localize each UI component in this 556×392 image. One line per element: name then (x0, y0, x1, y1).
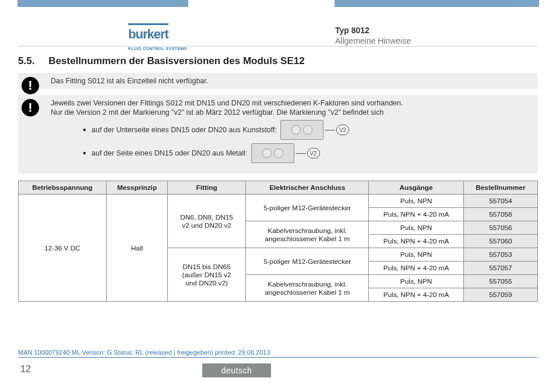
th-messprinzip: Messprinzip (106, 181, 167, 195)
cell-out: Puls, NPN (369, 221, 463, 235)
th-anschluss: Elektrischer Anschluss (246, 181, 369, 195)
cell-out: Puls, NPN (369, 275, 463, 288)
cell-out: Puls, NPN (369, 248, 463, 262)
language-tab: deutsch (202, 363, 271, 377)
bullet-2-text: auf der Seite eines DN15 oder DN20 aus M… (92, 149, 248, 157)
notice-2: ! Jeweils zwei Versionen der Fittings S0… (18, 95, 538, 174)
cell-bestellnummer: 557058 (463, 208, 537, 221)
bullet-1-row: auf der Unterseite eines DN15 oder DN20 … (83, 120, 532, 140)
cell-conn-m12-1: 5-poliger M12-Gerätestecker (246, 195, 369, 221)
fitting2-l1: DN15 bis DN65 (183, 263, 231, 271)
cell-out: Puls, NPN + 4-20 mA (369, 235, 463, 248)
page-number: 12 (20, 364, 31, 375)
cell-bestellnummer: 557054 (463, 195, 537, 208)
th-fitting: Fitting (168, 181, 246, 195)
doc-subtitle: Allgemeine Hinweise (335, 36, 411, 45)
table-row: 12-36 V DC Hall DN6, DN8, DN15 v2 und DN… (19, 195, 538, 208)
notice-2-line2: Nur die Version 2 mit der Markierung "v2… (51, 108, 532, 116)
cell-out: Puls, NPN + 4-20 mA (369, 262, 463, 275)
callout-line-icon (325, 130, 335, 130)
fitting-plastic-thumbnail: V2 (280, 120, 349, 140)
cell-bestellnummer: 557055 (463, 275, 537, 288)
fitting2-l2: (außer DN15 v2 (182, 271, 231, 279)
conn2-l2: angeschlossener Kabel 1 m (265, 288, 350, 296)
section-number: 5.5. (18, 55, 34, 67)
header-right: Typ 8012 Allgemeine Hinweise (335, 26, 411, 45)
v2-badge: V2 (307, 148, 320, 158)
th-ausgaenge: Ausgänge (369, 181, 463, 195)
cell-conn-cable-1: Kabelverschraubung, inkl. angeschlossene… (246, 221, 369, 248)
conn2-l1: Kabelverschraubung, inkl. (268, 227, 347, 235)
section-heading: 5.5. Bestellnummern der Basisversionen d… (18, 55, 538, 67)
conn2-l2: angeschlossener Kabel 1 m (265, 235, 350, 243)
top-accent-left (17, 0, 188, 7)
cell-betriebsspannung: 12-36 V DC (19, 195, 107, 302)
cell-bestellnummer: 557060 (463, 235, 537, 248)
footer-meta: MAN 1000079240 ML Version: G Status: RL … (18, 349, 538, 358)
callout-line-icon (295, 153, 306, 154)
fitting-metal-image (251, 143, 294, 163)
notice-1-text: Das Fitting S012 ist als Einzelteil nich… (51, 77, 532, 85)
conn2-l1: Kabelverschraubung, inkl. (268, 280, 347, 288)
cell-out: Puls, NPN + 4-20 mA (369, 208, 463, 221)
fitting1-l2: v2 und DN20 v2 (182, 221, 231, 229)
v2-badge: V2 (336, 125, 349, 135)
doc-type-code: Typ 8012 (335, 26, 411, 35)
brand-wordmark: burkert (128, 23, 168, 42)
content: 5.5. Bestellnummern der Basisversionen d… (18, 55, 538, 302)
bullet-1-text: auf der Unterseite eines DN15 oder DN20 … (92, 126, 277, 134)
notice-2-body: Jeweils zwei Versionen der Fittings S012… (51, 99, 532, 163)
fitting1-l1: DN6, DN8, DN15 (180, 213, 233, 221)
notice-2-line1: Jeweils zwei Versionen der Fittings S012… (51, 99, 532, 107)
cell-out: Puls, NPN + 4-20 mA (369, 288, 463, 302)
section-title: Bestellnummern der Basisversionen des Mo… (48, 55, 304, 67)
bullet-dot-icon (83, 129, 86, 131)
fitting2-l3: und DN20 v2) (185, 279, 228, 287)
cell-fitting-1: DN6, DN8, DN15 v2 und DN20 v2 (168, 195, 246, 248)
warning-icon: ! (22, 77, 39, 94)
page-header: burkert FLUID CONTROL SYSTEMS Typ 8012 A… (0, 13, 556, 45)
cell-fitting-2: DN15 bis DN65 (außer DN15 v2 und DN20 v2… (168, 248, 246, 302)
fitting-plastic-image (280, 120, 323, 140)
page: burkert FLUID CONTROL SYSTEMS Typ 8012 A… (0, 0, 556, 392)
top-accent-right (335, 0, 539, 7)
th-bestellnummer: Bestellnummer (463, 181, 537, 195)
cell-conn-cable-2: Kabelverschraubung, inkl. angeschlossene… (246, 275, 369, 302)
brand-logo: burkert FLUID CONTROL SYSTEMS (128, 23, 187, 52)
fitting-metal-thumbnail: V2 (251, 143, 320, 163)
brand-tagline: FLUID CONTROL SYSTEMS (128, 47, 187, 51)
cell-out: Puls, NPN (369, 195, 463, 208)
th-betriebsspannung: Betriebsspannung (19, 181, 107, 195)
notice-1: ! Das Fitting S012 ist als Einzelteil ni… (18, 73, 538, 89)
bullet-dot-icon (83, 152, 86, 154)
cell-bestellnummer: 557053 (463, 248, 537, 262)
cell-messprinzip: Hall (106, 195, 167, 302)
cell-bestellnummer: 557056 (463, 221, 537, 235)
notice-bullet-list: auf der Unterseite eines DN15 oder DN20 … (83, 120, 532, 163)
order-numbers-table: Betriebsspannung Messprinzip Fitting Ele… (18, 181, 538, 302)
cell-conn-m12-2: 5-poliger M12-Gerätestecker (246, 248, 369, 275)
cell-bestellnummer: 557057 (463, 262, 537, 275)
bullet-2-row: auf der Seite eines DN15 oder DN20 aus M… (83, 143, 532, 163)
warning-icon: ! (22, 99, 39, 116)
table-header-row: Betriebsspannung Messprinzip Fitting Ele… (19, 181, 538, 195)
cell-bestellnummer: 557059 (463, 288, 537, 302)
header-rule (18, 46, 538, 47)
